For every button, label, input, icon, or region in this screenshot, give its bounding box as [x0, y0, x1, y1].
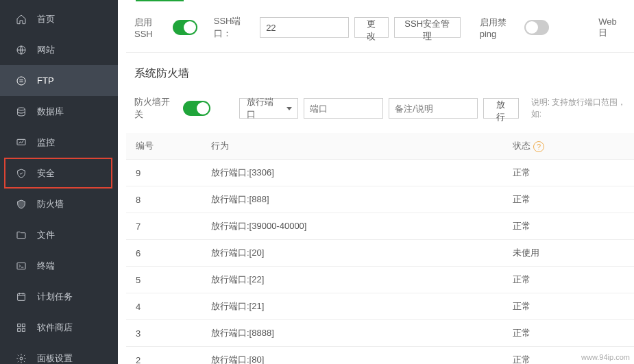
cell-id: 7	[126, 213, 202, 240]
cell-action: 放行端口:[39000-40000]	[202, 213, 503, 240]
firewall-switch-label: 防火墙开关	[134, 96, 178, 121]
sidebar-item-database[interactable]: 数据库	[0, 96, 118, 127]
cell-status: 正常	[503, 267, 634, 293]
sidebar-item-monitor[interactable]: 监控	[0, 127, 118, 158]
cell-action: 放行端口:[80]	[202, 347, 503, 365]
sidebar-item-appstore[interactable]: 软件商店	[0, 312, 118, 343]
th-action: 行为	[202, 133, 503, 160]
sidebar-item-ftp[interactable]: FTP	[0, 65, 118, 96]
help-icon[interactable]: ?	[533, 141, 544, 152]
cell-status: 正常	[503, 160, 634, 186]
firewall-type-select[interactable]: 放行端口	[239, 98, 299, 119]
settings-icon	[15, 352, 27, 365]
svg-point-10	[20, 357, 23, 360]
ssh-enable-label: 启用SSH	[134, 16, 167, 39]
cell-action: 放行端口:[20]	[202, 240, 503, 267]
ssh-manage-button[interactable]: SSH安全管理	[394, 17, 461, 38]
cell-id: 3	[126, 320, 202, 347]
th-status: 状态?	[503, 133, 634, 160]
table-row: 4放行端口:[21]正常	[126, 293, 634, 320]
sidebar-item-settings[interactable]: 面板设置	[0, 343, 118, 364]
ping-toggle[interactable]	[524, 20, 549, 35]
sidebar-item-label: 监控	[37, 136, 55, 149]
firewall-controls: 防火墙开关 放行端口 放行 说明: 支持放行端口范围，如:	[118, 88, 634, 133]
apps-icon	[15, 321, 27, 334]
table-row: 8放行端口:[888]正常	[126, 186, 634, 213]
firewall-port-input[interactable]	[304, 98, 383, 119]
database-icon	[15, 106, 27, 118]
cell-status: 未使用	[503, 240, 634, 267]
cell-id: 6	[126, 240, 202, 267]
firewall-remark-input[interactable]	[389, 98, 478, 119]
folder-icon	[15, 229, 27, 241]
firewall-submit-button[interactable]: 放行	[483, 98, 518, 119]
ssh-toggle[interactable]	[173, 20, 197, 35]
firewall-toggle[interactable]	[183, 101, 210, 116]
cell-action: 放行端口:[8888]	[202, 320, 503, 347]
sidebar-item-label: 面板设置	[37, 352, 73, 365]
cell-id: 2	[126, 347, 202, 365]
schedule-icon	[15, 291, 27, 303]
monitor-icon	[15, 136, 27, 149]
sidebar-item-home[interactable]: 首页	[0, 3, 118, 34]
table-row: 9放行端口:[3306]正常	[126, 160, 634, 186]
ftp-icon	[15, 75, 27, 87]
shield-icon	[15, 167, 27, 180]
sidebar-item-firewall[interactable]: 防火墙	[0, 189, 118, 219]
sidebar-item-label: 软件商店	[37, 321, 73, 334]
cell-action: 放行端口:[888]	[202, 186, 503, 213]
sidebar-item-label: 防火墙	[37, 198, 64, 210]
home-icon	[15, 13, 27, 25]
web-log-label: Web日	[598, 16, 623, 39]
sidebar-item-label: FTP	[37, 75, 54, 86]
table-row: 2放行端口:[80]正常	[126, 347, 634, 365]
sidebar-item-site[interactable]: 网站	[0, 34, 118, 65]
cell-status: 正常	[503, 320, 634, 347]
sidebar-item-label: 终端	[37, 260, 55, 272]
ping-label: 启用禁ping	[480, 16, 519, 39]
cell-action: 放行端口:[22]	[202, 267, 503, 293]
sidebar-item-label: 网站	[37, 44, 55, 56]
sidebar-item-terminal[interactable]: 终端	[0, 250, 118, 281]
sidebar-item-files[interactable]: 文件	[0, 219, 118, 250]
cell-id: 5	[126, 267, 202, 293]
main-content: 启用SSH SSH端口： 更改 SSH安全管理 启用禁ping Web日 系统防…	[118, 0, 634, 364]
ssh-change-button[interactable]: 更改	[354, 17, 388, 38]
cell-action: 放行端口:[3306]	[202, 160, 503, 186]
sidebar-item-label: 文件	[37, 229, 55, 241]
th-id: 编号	[126, 133, 202, 160]
cell-action: 放行端口:[21]	[202, 293, 503, 320]
watermark: www.94ip.com	[581, 353, 630, 361]
terminal-icon	[15, 260, 27, 272]
svg-point-1	[17, 77, 25, 85]
firewall-section-title: 系统防火墙	[118, 53, 634, 88]
cell-id: 9	[126, 160, 202, 186]
sidebar-item-label: 安全	[37, 167, 55, 180]
svg-rect-9	[22, 328, 25, 331]
sidebar-item-security[interactable]: 安全	[4, 158, 112, 189]
svg-rect-8	[18, 328, 21, 331]
cell-status: 正常	[503, 213, 634, 240]
svg-rect-4	[17, 263, 25, 269]
cell-status: 正常	[503, 186, 634, 213]
firewall-hint: 说明: 支持放行端口范围，如:	[531, 97, 634, 120]
table-row: 5放行端口:[22]正常	[126, 267, 634, 293]
table-row: 3放行端口:[8888]正常	[126, 320, 634, 347]
sidebar: 首页 网站 FTP 数据库 监控 安全 防火墙 文件	[0, 0, 118, 364]
sidebar-item-label: 首页	[37, 13, 55, 25]
ssh-port-label: SSH端口：	[214, 15, 254, 40]
table-row: 6放行端口:[20]未使用	[126, 240, 634, 267]
firewall-table: 编号 行为 状态? 9放行端口:[3306]正常8放行端口:[888]正常7放行…	[126, 133, 634, 364]
svg-rect-7	[22, 324, 25, 326]
svg-rect-5	[18, 293, 25, 300]
cell-status: 正常	[503, 293, 634, 320]
ssh-port-input[interactable]	[260, 17, 349, 38]
cell-id: 8	[126, 186, 202, 213]
sidebar-item-cron[interactable]: 计划任务	[0, 281, 118, 312]
sidebar-item-label: 数据库	[37, 106, 64, 118]
svg-rect-6	[18, 324, 21, 326]
globe-icon	[15, 44, 27, 56]
ssh-controls: 启用SSH SSH端口： 更改 SSH安全管理 启用禁ping Web日	[126, 3, 634, 53]
svg-point-2	[18, 108, 25, 110]
cell-id: 4	[126, 293, 202, 320]
